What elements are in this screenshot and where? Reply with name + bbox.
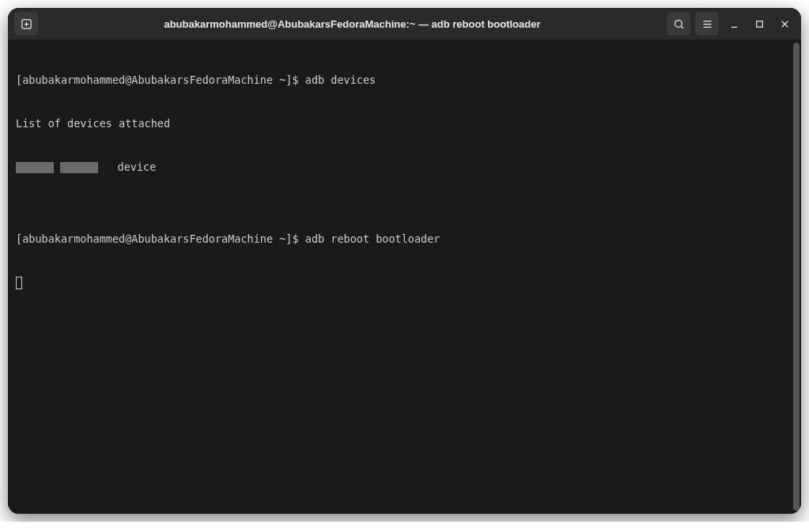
hamburger-icon xyxy=(701,18,713,30)
terminal-line: [abubakarmohammed@AbubakarsFedoraMachine… xyxy=(16,73,793,87)
svg-rect-9 xyxy=(756,21,762,27)
terminal-line: [abubakarmohammed@AbubakarsFedoraMachine… xyxy=(16,232,793,246)
search-button[interactable] xyxy=(667,12,690,36)
terminal-line: device xyxy=(16,160,793,174)
plus-box-icon xyxy=(21,18,32,30)
search-icon xyxy=(673,18,685,30)
titlebar: abubakarmohammed@AbubakarsFedoraMachine:… xyxy=(8,8,801,40)
redacted-serial-part1 xyxy=(16,162,54,173)
prompt: [abubakarmohammed@AbubakarsFedoraMachine… xyxy=(16,74,305,86)
prompt: [abubakarmohammed@AbubakarsFedoraMachine… xyxy=(16,232,305,245)
titlebar-right xyxy=(667,12,795,36)
terminal-window: abubakarmohammed@AbubakarsFedoraMachine:… xyxy=(8,8,801,514)
hamburger-menu-button[interactable] xyxy=(695,12,719,36)
close-icon xyxy=(779,18,791,30)
terminal-body[interactable]: [abubakarmohammed@AbubakarsFedoraMachine… xyxy=(8,40,801,514)
command: adb devices xyxy=(305,74,376,86)
window-title: abubakarmohammed@AbubakarsFedoraMachine:… xyxy=(41,18,663,30)
maximize-icon xyxy=(754,18,766,30)
minimize-icon xyxy=(728,18,740,30)
device-state: device xyxy=(98,160,156,173)
svg-point-3 xyxy=(675,20,682,27)
command: adb reboot bootloader xyxy=(305,232,440,245)
svg-line-4 xyxy=(681,26,683,28)
redacted-serial-part2 xyxy=(60,162,98,173)
scrollbar[interactable] xyxy=(793,43,800,511)
minimize-button[interactable] xyxy=(724,13,744,34)
terminal-line xyxy=(16,275,793,290)
maximize-button[interactable] xyxy=(749,13,769,34)
terminal-line: List of devices attached xyxy=(16,116,793,130)
new-tab-button[interactable] xyxy=(14,12,38,36)
cursor-icon xyxy=(16,277,22,289)
close-button[interactable] xyxy=(774,13,795,34)
